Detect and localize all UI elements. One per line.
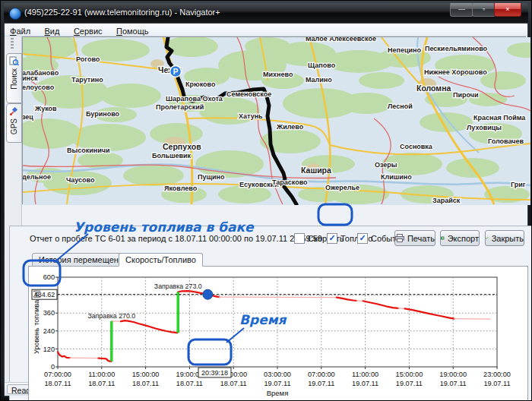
export-button[interactable]: X Экспорт: [440, 230, 480, 246]
close-button[interactable]: ×: [494, 3, 521, 17]
svg-text:Семеновское: Семеновское: [226, 90, 271, 98]
close-report-button[interactable]: Закрыть: [485, 230, 524, 246]
report-summary: Отчет о пробеге ТС 6-01 за период с 18.0…: [30, 234, 322, 243]
svg-text:Нижнее Хорошово: Нижнее Хорошово: [424, 68, 487, 76]
svg-text:Пески: Пески: [425, 45, 445, 52]
svg-text:Красная Пойма: Красная Пойма: [473, 114, 526, 122]
svg-text:20:39:18: 20:39:18: [201, 369, 228, 377]
svg-text:Высокиничи: Высокиничи: [67, 147, 109, 154]
checkbox-box[interactable]: ✓: [357, 233, 368, 244]
menu-view[interactable]: Вид: [40, 26, 65, 36]
menu-bar: Файл Вид Сервис Помощь: [5, 24, 527, 36]
app-icon: [9, 8, 21, 20]
svg-text:Коломна: Коломна: [416, 84, 451, 93]
excel-icon: X: [441, 234, 445, 242]
svg-text:Кашира: Кашира: [301, 166, 331, 175]
svg-text:Жилево: Жилево: [276, 123, 304, 131]
parking-marker[interactable]: P: [170, 66, 182, 77]
svg-text:P: P: [173, 68, 179, 76]
svg-text:Рогово: Рогово: [76, 55, 100, 63]
svg-text:Чаусово: Чаусово: [66, 176, 95, 184]
svg-text:120: 120: [43, 346, 55, 353]
tab-speed-fuel[interactable]: Скорость/Топливо: [119, 253, 203, 267]
checkbox-box[interactable]: [294, 233, 305, 244]
svg-text:Ожерелье: Ожерелье: [325, 184, 359, 191]
svg-text:Тарутино: Тарутино: [71, 76, 103, 84]
svg-text:07:00:00: 07:00:00: [44, 371, 71, 378]
svg-text:Головачев: Головачев: [488, 137, 524, 145]
svg-text:18.07.11: 18.07.11: [220, 380, 247, 387]
svg-text:Вельяминово: Вельяминово: [440, 45, 488, 52]
svg-text:Яковлево: Яковлево: [164, 185, 198, 192]
svg-text:Тарасково: Тарасково: [272, 178, 308, 186]
fuel-level-chart[interactable]: 07:00:0018.07.1111:00:0018.07.1115:00:00…: [28, 266, 528, 401]
svg-text:елоусово: елоусово: [23, 84, 55, 91]
svg-text:Щапово: Щапово: [308, 62, 336, 69]
search-icon: [9, 56, 19, 66]
checkbox-box[interactable]: ✓: [327, 233, 337, 244]
svg-text:Серпухов: Серпухов: [163, 142, 201, 151]
menu-service[interactable]: Сервис: [68, 26, 108, 36]
app-client-area: Файл Вид Сервис Помощь Поиск: [4, 23, 528, 396]
svg-text:11:00:00: 11:00:00: [88, 371, 115, 378]
svg-text:Время: Время: [267, 389, 289, 397]
svg-text:Михнево: Михнево: [263, 71, 293, 78]
svg-text:Непецино: Непецино: [388, 46, 421, 54]
svg-text:Малое Алексеевское: Малое Алексеевское: [306, 37, 376, 43]
svg-text:Шарапова Охота: Шарапова Охота: [166, 95, 223, 103]
svg-text:Григ: Григ: [511, 181, 526, 188]
window-title: (495)225-22-91 (www.telemonitoring.ru) -…: [24, 8, 220, 17]
svg-text:Заправка 270.0: Заправка 270.0: [87, 312, 135, 320]
svg-text:Пущино: Пущино: [198, 173, 225, 181]
svg-text:Озеры: Озеры: [375, 161, 397, 169]
svg-text:18.07.11: 18.07.11: [88, 380, 115, 387]
svg-text:360: 360: [43, 309, 55, 317]
svg-text:19.07.11: 19.07.11: [264, 380, 290, 387]
svg-text:18.07.11: 18.07.11: [176, 380, 203, 387]
print-button[interactable]: Печать: [394, 230, 435, 246]
svg-text:Большевик: Большевик: [152, 152, 192, 159]
menu-file[interactable]: Файл: [5, 26, 36, 36]
menu-help[interactable]: Помощь: [111, 26, 154, 36]
application-window: (495)225-22-91 (www.telemonitoring.ru) -…: [0, 0, 532, 401]
green-check-icon: [486, 234, 489, 242]
svg-text:15:00:00: 15:00:00: [132, 371, 160, 378]
svg-text:дельное: дельное: [23, 173, 51, 181]
svg-text:Малино: Малино: [306, 76, 332, 84]
svg-text:19.07.11: 19.07.11: [483, 380, 510, 387]
sidebar-tab-search[interactable]: Поиск: [6, 53, 22, 103]
svg-text:18.07.11: 18.07.11: [44, 380, 71, 387]
svg-text:0: 0: [51, 363, 55, 371]
svg-text:19:00:00: 19:00:00: [439, 371, 467, 378]
svg-text:Клишино: Клишино: [381, 173, 412, 181]
gps-satellite-icon: [9, 106, 19, 116]
maximize-button[interactable]: ▫: [472, 3, 496, 17]
svg-text:19.07.11: 19.07.11: [308, 380, 334, 387]
svg-text:Крюково: Крюково: [185, 81, 216, 88]
svg-text:Луховицы: Луховицы: [467, 124, 502, 131]
svg-text:Уровень топлива [л]: Уровень топлива [л]: [33, 290, 40, 354]
svg-text:Заправка 273.0: Заправка 273.0: [154, 283, 202, 290]
svg-text:18.07.11: 18.07.11: [132, 380, 159, 387]
svg-text:Лесной: Лесной: [388, 103, 413, 110]
svg-text:11:00:00: 11:00:00: [352, 371, 378, 378]
printer-icon: [395, 234, 404, 242]
svg-text:Жуков: Жуков: [34, 105, 57, 112]
svg-text:Пирочи: Пирочи: [453, 91, 479, 99]
sidebar-tab-gps[interactable]: GPS: [6, 103, 22, 143]
svg-text:зец: зец: [23, 113, 33, 121]
svg-text:Пролетарский: Пролетарский: [156, 103, 204, 111]
svg-text:03:00:00: 03:00:00: [264, 371, 291, 378]
minimize-button[interactable]: —: [450, 3, 473, 17]
svg-text:240: 240: [43, 327, 55, 335]
map-canvas: РоговоалабановоТарутиноинскелоусовоЧехов…: [23, 37, 530, 205]
title-bar[interactable]: (495)225-22-91 (www.telemonitoring.ru) -…: [4, 3, 528, 23]
svg-text:19.07.11: 19.07.11: [396, 380, 423, 387]
svg-text:Сосновка: Сосновка: [400, 143, 433, 150]
svg-text:19.07.11: 19.07.11: [440, 380, 467, 387]
svg-text:Зарайск: Зарайск: [432, 197, 461, 204]
map-view[interactable]: РоговоалабановоТарутиноинскелоусовоЧехов…: [22, 36, 526, 204]
toolbar-grip[interactable]: [11, 38, 14, 49]
svg-text:инск: инск: [23, 74, 38, 82]
svg-text:15:00:00: 15:00:00: [396, 371, 423, 378]
